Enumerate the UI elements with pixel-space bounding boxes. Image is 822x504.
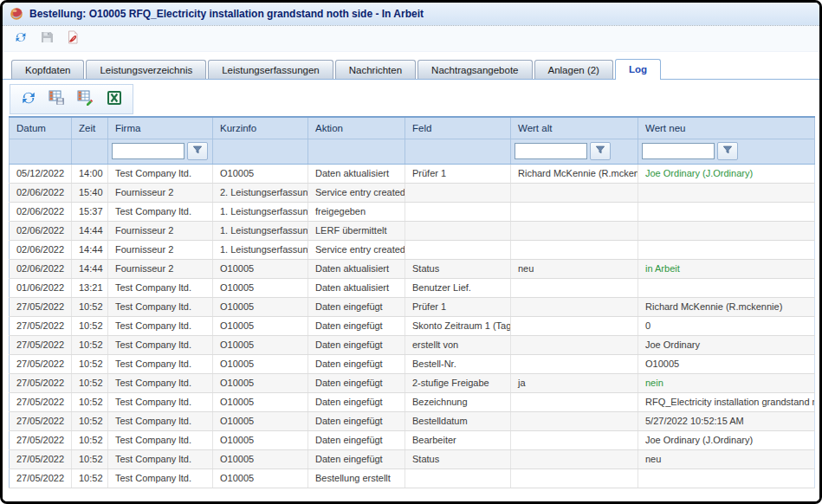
cell-aktion: Daten eingefügt	[308, 449, 405, 468]
cell-wert_alt: Richard McKennie (R.mckennie)	[511, 164, 638, 183]
cell-firma: Test Company ltd.	[108, 392, 213, 411]
cell-aktion: Daten eingefügt	[308, 354, 405, 373]
table-row[interactable]: 27/05/202210:52Test Company ltd.O10005Da…	[10, 297, 815, 316]
table-row[interactable]: 02/06/202215:40Fournisseur 22. Leistungs…	[10, 183, 815, 202]
save-button[interactable]	[39, 29, 55, 48]
cell-datum: 27/05/2022	[10, 449, 72, 468]
cell-feld	[405, 221, 511, 240]
table-row[interactable]: 27/05/202210:52Test Company ltd.O10005Da…	[10, 335, 815, 354]
filter-button-wert_neu[interactable]	[717, 142, 738, 160]
cell-feld	[405, 240, 511, 259]
table-header-row: DatumZeitFirmaKurzinfoAktionFeldWert alt…	[10, 117, 815, 139]
cell-datum: 27/05/2022	[10, 392, 72, 411]
cell-datum: 27/05/2022	[10, 297, 72, 316]
tab-log[interactable]: Log	[615, 59, 661, 80]
table-row[interactable]: 27/05/202210:52Test Company ltd.O10005Da…	[10, 373, 815, 392]
order-window: Bestellung: O10005 RFQ_Electricity insta…	[0, 0, 822, 504]
cell-zeit: 10:52	[72, 411, 108, 430]
filter-cell-wert_neu	[638, 139, 815, 164]
cell-aktion: Daten eingefügt	[308, 335, 405, 354]
cell-datum: 01/06/2022	[10, 278, 72, 297]
table-filter-row	[10, 139, 815, 164]
cell-kurzinfo: 1. Leistungserfassung	[213, 240, 308, 259]
filter-button-wert_alt[interactable]	[590, 142, 611, 160]
cell-firma: Test Company ltd.	[108, 354, 213, 373]
tab-leistungsverzeichnis[interactable]: Leistungsverzeichnis	[86, 60, 206, 79]
cell-feld	[405, 183, 511, 202]
table-row[interactable]: 02/06/202214:44Fournisseur 2O10005Daten …	[10, 259, 815, 278]
tab-leistungserfassungen[interactable]: Leistungserfassungen	[208, 60, 333, 79]
cell-firma: Test Company ltd.	[108, 411, 213, 430]
cell-wert_alt	[511, 297, 638, 316]
table-row[interactable]: 27/05/202210:52Test Company ltd.O10005Da…	[10, 449, 815, 468]
table-save-button[interactable]	[48, 88, 67, 110]
cell-feld: Bearbeiter	[405, 430, 511, 449]
cell-feld: Status	[405, 259, 511, 278]
column-header-datum[interactable]: Datum	[10, 117, 72, 139]
tab-anlagen-2[interactable]: Anlagen (2)	[534, 60, 613, 79]
filter-input-wert_neu[interactable]	[642, 143, 715, 159]
cell-firma: Test Company ltd.	[108, 468, 213, 488]
cell-datum: 27/05/2022	[10, 411, 72, 430]
cell-datum: 05/12/2022	[10, 164, 72, 183]
column-header-aktion[interactable]: Aktion	[308, 117, 405, 139]
table-row[interactable]: 27/05/202210:52Test Company ltd.O10005Be…	[10, 468, 815, 488]
table-row[interactable]: 27/05/202210:52Test Company ltd.O10005Da…	[10, 354, 815, 373]
cell-wert_alt	[511, 183, 638, 202]
refresh-button[interactable]	[13, 29, 29, 48]
cell-wert_alt	[511, 392, 638, 411]
filter-input-wert_alt[interactable]	[515, 143, 587, 159]
tab-kopfdaten[interactable]: Kopfdaten	[11, 60, 84, 79]
refresh-icon	[14, 30, 28, 47]
filter-cell-firma	[108, 139, 213, 164]
excel-export-button[interactable]	[105, 88, 124, 110]
cell-datum: 02/06/2022	[10, 240, 72, 259]
filter-cell-datum	[10, 139, 72, 164]
table-row[interactable]: 01/06/202213:21Test Company ltd.O10005Da…	[10, 278, 815, 297]
cell-firma: Fournisseur 2	[108, 183, 213, 202]
column-header-wert_alt[interactable]: Wert alt	[511, 117, 638, 139]
column-header-zeit[interactable]: Zeit	[72, 117, 108, 139]
table-row[interactable]: 27/05/202210:52Test Company ltd.O10005Da…	[10, 411, 815, 430]
tab-nachtragsangebote[interactable]: Nachtragsangebote	[417, 60, 532, 79]
column-header-kurzinfo[interactable]: Kurzinfo	[213, 117, 308, 139]
cell-firma: Test Company ltd.	[108, 335, 213, 354]
table-row[interactable]: 02/06/202214:44Fournisseur 21. Leistungs…	[10, 221, 815, 240]
column-header-feld[interactable]: Feld	[405, 117, 511, 139]
filter-input-firma[interactable]	[112, 143, 184, 159]
cell-kurzinfo: O10005	[213, 430, 308, 449]
cell-kurzinfo: O10005	[213, 278, 308, 297]
cell-wert_alt	[511, 316, 638, 335]
table-row[interactable]: 27/05/202210:52Test Company ltd.O10005Da…	[10, 430, 815, 449]
cell-firma: Test Company ltd.	[108, 297, 213, 316]
cell-zeit: 10:52	[72, 468, 108, 488]
cell-aktion: Daten eingefügt	[308, 411, 405, 430]
table-row[interactable]: 05/12/202214:00Test Company ltd.O10005Da…	[10, 164, 815, 183]
table-export-button[interactable]	[76, 88, 95, 110]
cell-zeit: 13:21	[72, 278, 108, 297]
pdf-export-button[interactable]	[65, 29, 81, 48]
cell-aktion: LERF übermittelt	[308, 221, 405, 240]
cell-wert_neu: Joe Ordinary (J.Ordinary)	[638, 164, 815, 183]
cell-wert_neu: nein	[638, 373, 815, 392]
cell-zeit: 14:44	[72, 259, 108, 278]
column-header-firma[interactable]: Firma	[108, 117, 213, 139]
table-row[interactable]: 02/06/202214:44Fournisseur 21. Leistungs…	[10, 240, 815, 259]
cell-firma: Test Company ltd.	[108, 278, 213, 297]
column-header-wert_neu[interactable]: Wert neu	[638, 117, 815, 139]
tab-nachrichten[interactable]: Nachrichten	[335, 60, 416, 79]
table-row[interactable]: 02/06/202215:37Test Company ltd.1. Leist…	[10, 202, 815, 221]
cell-wert_alt	[511, 449, 638, 468]
cell-wert_alt	[511, 278, 638, 297]
cell-aktion: Daten aktualisiert	[308, 278, 405, 297]
window-titlebar: Bestellung: O10005 RFQ_Electricity insta…	[3, 3, 819, 26]
cell-aktion: Service entry created	[308, 183, 405, 202]
table-row[interactable]: 27/05/202210:52Test Company ltd.O10005Da…	[10, 392, 815, 411]
table-row[interactable]: 27/05/202210:52Test Company ltd.O10005Da…	[10, 316, 815, 335]
cell-wert_neu	[638, 202, 815, 221]
log-refresh-button[interactable]	[19, 88, 38, 110]
table-save-icon	[49, 89, 66, 109]
cell-wert_alt	[511, 354, 638, 373]
cell-zeit: 14:44	[72, 221, 108, 240]
filter-button-firma[interactable]	[187, 142, 208, 160]
